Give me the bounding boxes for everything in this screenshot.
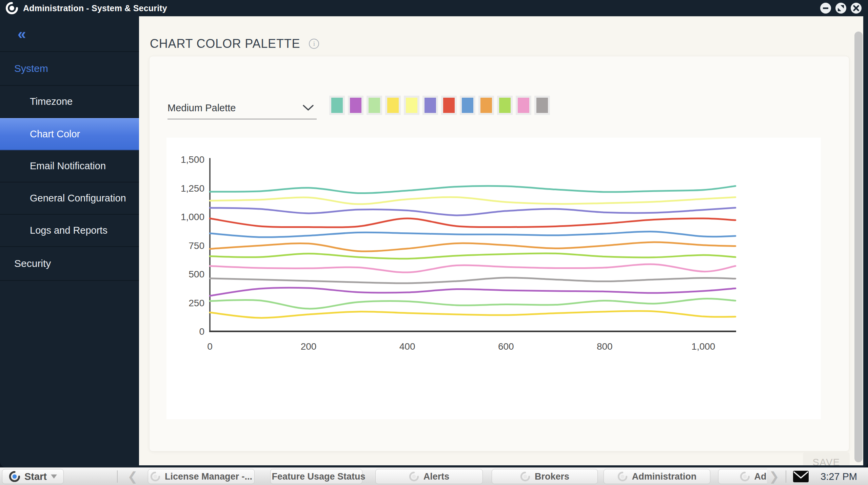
task-button-license-manager[interactable]: License Manager -...: [148, 469, 255, 484]
taskbar: Start ❮ License Manager -...Feature Usag…: [0, 467, 868, 485]
swatch-color: [536, 98, 548, 113]
sidebar-item-general-configuration[interactable]: General Configuration: [0, 182, 139, 215]
chart-color-card: Medium Palette 02505007501,0001,2501,500…: [149, 56, 849, 451]
sidebar-item-label: Chart Color: [30, 129, 80, 140]
sidebar-item-system[interactable]: System: [0, 52, 139, 86]
maximize-button[interactable]: [835, 2, 847, 14]
svg-text:0: 0: [207, 341, 213, 352]
minimize-button[interactable]: [820, 2, 831, 14]
chart-line-teal: [210, 186, 735, 193]
scrollbar: [854, 16, 863, 465]
window-title: Administration - System & Security: [23, 3, 167, 13]
task-button-brokers[interactable]: Brokers: [492, 469, 598, 484]
sidebar-item-timezone[interactable]: Timezone: [0, 86, 139, 118]
chart-line-pink: [210, 264, 735, 272]
sidebar-item-label: Timezone: [30, 96, 73, 107]
svg-text:500: 500: [189, 269, 204, 279]
app-logo-icon: [5, 2, 18, 15]
start-caret-icon: [51, 474, 57, 479]
save-button[interactable]: SAVE: [803, 452, 850, 465]
swatch-color: [462, 98, 473, 113]
svg-text:200: 200: [301, 341, 317, 352]
swatch-color: [387, 98, 399, 113]
swatch-color: [369, 98, 380, 113]
palette-select[interactable]: Medium Palette: [167, 97, 317, 119]
sidebar-item-logs-and-reports[interactable]: Logs and Reports: [0, 215, 139, 247]
chart-line-blue: [210, 232, 735, 237]
swatch-color: [350, 98, 361, 113]
chart-line-gray: [210, 278, 735, 283]
sidebar-collapse-button[interactable]: «: [18, 27, 26, 41]
palette-swatch-3[interactable]: [385, 96, 401, 115]
close-button[interactable]: [850, 2, 862, 14]
sidebar-item-label: Logs and Reports: [30, 225, 107, 236]
swatch-color: [331, 98, 343, 113]
swatch-color: [443, 98, 455, 113]
taskbar-prev-button[interactable]: ❮: [127, 469, 138, 484]
taskbar-divider-right: [786, 470, 786, 483]
start-button[interactable]: Start: [2, 469, 64, 484]
svg-text:600: 600: [498, 341, 514, 352]
taskbar-window-buttons: License Manager -...Feature Usage Status…: [142, 468, 767, 485]
task-button-adm[interactable]: Adm: [718, 469, 767, 484]
task-button-label: Alerts: [423, 471, 450, 482]
chart-line-pale-yellow: [210, 197, 735, 204]
palette-swatch-7[interactable]: [460, 96, 475, 115]
chart-line-yellow-green: [210, 253, 735, 259]
sidebar-item-chart-color[interactable]: Chart Color: [0, 118, 139, 150]
page-title: CHART COLOR PALETTE: [150, 37, 300, 51]
task-button-feature-usage-status[interactable]: Feature Usage Status: [270, 469, 362, 484]
palette-swatches: [329, 96, 550, 115]
scrollbar-thumb[interactable]: [854, 32, 863, 462]
task-button-alerts[interactable]: Alerts: [375, 469, 483, 484]
task-logo-icon: [409, 471, 419, 482]
task-button-label: Adm: [754, 471, 767, 482]
svg-text:250: 250: [189, 298, 204, 308]
task-logo-icon: [520, 471, 530, 482]
palette-swatch-2[interactable]: [367, 96, 382, 115]
swatch-color: [480, 98, 492, 113]
task-logo-icon: [150, 471, 160, 482]
chevron-down-icon: [302, 104, 314, 111]
chart-line-orange: [210, 242, 735, 251]
task-button-label: Feature Usage Status: [272, 471, 365, 482]
sidebar-nav: SystemTimezoneChart ColorEmail Notificat…: [0, 52, 139, 281]
page-header: CHART COLOR PALETTE i: [150, 37, 319, 51]
swatch-color: [518, 98, 529, 113]
line-chart: 02505007501,0001,2501,50002004006008001,…: [166, 138, 821, 419]
mail-icon[interactable]: [793, 470, 809, 483]
swatch-color: [406, 98, 417, 113]
sidebar-item-security[interactable]: Security: [0, 247, 139, 281]
info-icon[interactable]: i: [309, 39, 319, 49]
svg-text:750: 750: [189, 240, 204, 251]
titlebar: Administration - System & Security: [0, 0, 868, 16]
sidebar-collapse-row: «: [0, 16, 139, 52]
palette-swatch-0[interactable]: [329, 96, 345, 115]
task-button-label: Brokers: [535, 471, 569, 482]
taskbar-next-button[interactable]: ❯: [769, 469, 779, 484]
palette-swatch-1[interactable]: [348, 96, 363, 115]
palette-select-value: Medium Palette: [167, 102, 236, 114]
sidebar-item-email-notification[interactable]: Email Notification: [0, 150, 139, 182]
sidebar-item-label: System: [14, 63, 48, 74]
chart-line-red: [210, 218, 735, 227]
palette-swatch-11[interactable]: [534, 96, 550, 115]
task-logo-icon: [617, 471, 628, 482]
clock-time: 3:27 PM: [821, 471, 857, 482]
palette-swatch-8[interactable]: [478, 96, 494, 115]
main-content: CHART COLOR PALETTE i Medium Palette 025…: [139, 16, 863, 465]
palette-swatch-6[interactable]: [441, 96, 457, 115]
palette-swatch-10[interactable]: [516, 96, 531, 115]
sidebar: « SystemTimezoneChart ColorEmail Notific…: [0, 16, 139, 467]
chart-line-yellow: [210, 311, 735, 318]
window-controls: [820, 2, 862, 14]
task-logo-icon: [740, 471, 750, 482]
palette-swatch-5[interactable]: [422, 96, 438, 115]
svg-text:800: 800: [597, 341, 613, 352]
app-window: Administration - System & Security « Sys…: [0, 0, 868, 467]
chart-line-violet: [210, 208, 735, 215]
palette-swatch-9[interactable]: [497, 96, 513, 115]
chart-line-orchid: [210, 288, 735, 296]
task-button-administration[interactable]: Administration: [604, 469, 710, 484]
palette-swatch-4[interactable]: [404, 96, 419, 115]
